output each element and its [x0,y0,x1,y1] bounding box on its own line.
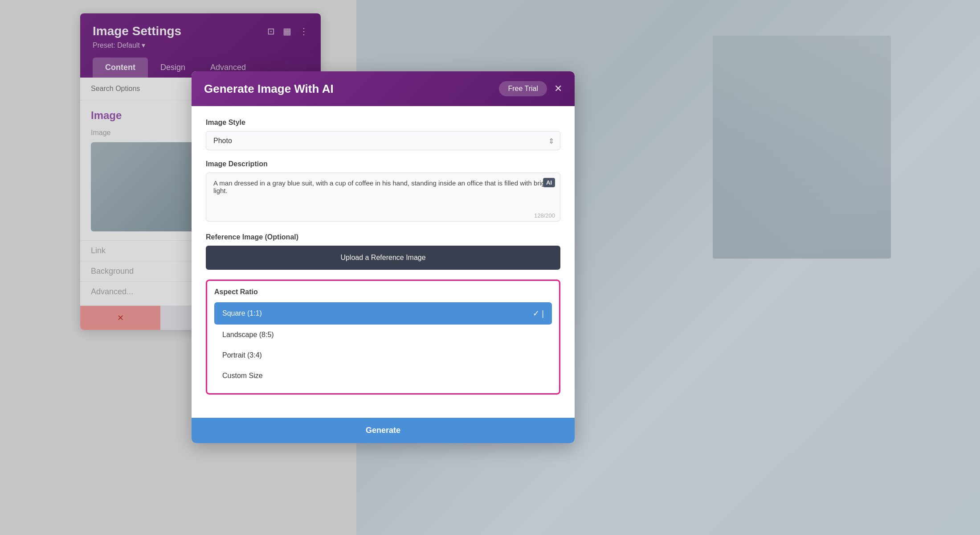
image-style-label: Image Style [206,119,560,127]
image-style-select-wrapper: Photo Illustration Painting 3D Render Sk… [206,131,560,150]
upload-reference-button[interactable]: Upload a Reference Image [206,246,560,270]
image-style-select[interactable]: Photo Illustration Painting 3D Render Sk… [206,131,560,150]
ai-modal-header-right: Free Trial ✕ [499,81,562,96]
aspect-ratio-section: Aspect Ratio Square (1:1) ✓ | Landscape … [206,280,560,395]
ai-modal-header: Generate Image With AI Free Trial ✕ [192,71,575,106]
description-textarea[interactable]: A man dressed in a gray blue suit, with … [206,173,560,222]
reference-image-section: Reference Image (Optional) Upload a Refe… [206,233,560,270]
ai-modal-body: Image Style Photo Illustration Painting … [192,106,575,418]
aspect-option-square[interactable]: Square (1:1) ✓ | [214,302,552,325]
close-button[interactable]: ✕ [554,84,562,94]
aspect-option-landscape[interactable]: Landscape (8:5) [214,325,552,345]
aspect-option-custom[interactable]: Custom Size [214,366,552,386]
reference-image-label: Reference Image (Optional) [206,233,560,241]
aspect-option-portrait[interactable]: Portrait (3:4) [214,345,552,366]
aspect-ratio-label: Aspect Ratio [214,288,552,296]
ai-badge: AI [543,178,555,187]
generate-button[interactable]: Generate [192,418,575,443]
checkmark-icon: ✓ | [533,309,544,318]
image-description-label: Image Description [206,160,560,168]
char-count: 128/200 [534,212,555,219]
free-trial-badge[interactable]: Free Trial [499,81,547,96]
ai-modal-title: Generate Image With AI [204,82,334,96]
ai-modal: Generate Image With AI Free Trial ✕ Imag… [192,71,575,443]
ai-modal-footer: Generate [192,418,575,443]
description-wrapper: A man dressed in a gray blue suit, with … [206,173,560,223]
aspect-ratio-dropdown: Square (1:1) ✓ | Landscape (8:5) Portrai… [214,302,552,386]
